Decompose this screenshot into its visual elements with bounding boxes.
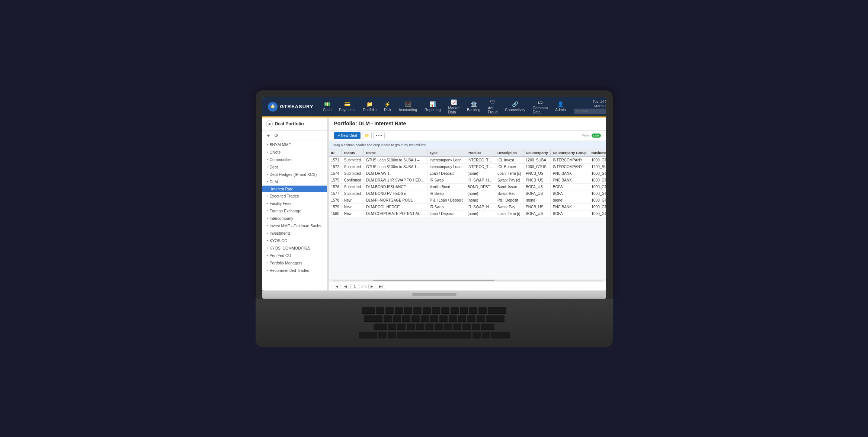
sidebar-item-kyos-co[interactable]: ▸KYOS CO <box>262 237 327 244</box>
key <box>462 324 471 330</box>
nav-item-accounting[interactable]: 🧮Accounting <box>395 97 421 116</box>
nav-item-reporting[interactable]: 📊Reporting <box>421 97 444 116</box>
nav-label: Portfolio <box>363 108 377 112</box>
sidebar-item-investments[interactable]: ▸Investments <box>262 229 327 237</box>
cell-description: Swap: Rec <box>495 190 523 197</box>
sidebar-item-executed-trades[interactable]: ▸Executed Trades <box>262 192 327 200</box>
sidebar-item-dlm[interactable]: ▾DLM <box>262 178 327 186</box>
sidebar-item-foreign-exchange[interactable]: ▸Foreign Exchange <box>262 207 327 215</box>
nav-icon: 💵 <box>324 101 330 107</box>
cell-counterparty-group: PNC BANK <box>550 177 589 183</box>
page-number-input[interactable] <box>350 284 359 289</box>
key <box>376 307 384 314</box>
nav-item-payments[interactable]: 💳Payments <box>335 97 359 116</box>
cell-product: (none) <box>465 170 495 177</box>
nav-item-market-data[interactable]: 📈Market Data <box>444 97 463 116</box>
first-page-button[interactable]: |◀ <box>333 284 340 289</box>
nav-label: Risk <box>384 108 391 112</box>
sidebar-item-debt[interactable]: ▸Debt <box>262 163 327 171</box>
cell-name: DLM-POOL HEDGE <box>363 203 427 210</box>
key <box>404 307 412 314</box>
nav-item-connectivity[interactable]: 🔗Connectivity <box>501 97 529 116</box>
table-row[interactable]: 1577SubmittedDLM-BOND FV HEDGEIR Swap(no… <box>329 190 606 197</box>
table-row[interactable]: 1575ConfirmedDLM DRAW 1 IR SWAP TO HED…I… <box>329 177 606 183</box>
nav-item-admin[interactable]: 👤Admin <box>551 97 569 116</box>
table-row[interactable]: 1574SubmittedDLM-DRAW 1Loan / Deposit(no… <box>329 170 606 177</box>
sidebar-item-recommended-trades[interactable]: ▸Recommended Trades <box>262 267 327 274</box>
key <box>388 324 396 330</box>
nav-label: Anti Fraud <box>488 106 497 114</box>
cell-product: (none) <box>465 197 495 203</box>
col-header-id[interactable]: ID <box>329 149 342 157</box>
sidebar-item-facility-fees[interactable]: ▸Facility Fees <box>262 200 327 207</box>
key <box>467 315 475 322</box>
add-button[interactable]: + <box>266 132 271 139</box>
sidebar-item-pen-fed-cu[interactable]: ▸Pen Fed CU <box>262 252 327 259</box>
sidebar-item-portfolio-managers[interactable]: ▸Portfolio Managers <box>262 259 327 267</box>
last-page-button[interactable]: ▶| <box>377 284 385 289</box>
folder-button[interactable]: 📁 <box>362 132 372 139</box>
col-header-name[interactable]: Name <box>363 149 427 157</box>
prev-page-button[interactable]: ◀ <box>342 284 349 289</box>
nav-label: Banking <box>467 108 480 112</box>
cell-status: Confirmed <box>342 177 363 183</box>
cell-counterparty: (none) <box>523 197 551 203</box>
scrollbar-thumb[interactable] <box>373 280 494 281</box>
col-header-business-unit[interactable]: Business Unit <box>589 149 606 157</box>
sidebar-item-kyos_commodities[interactable]: ▸KYOS_COMMODITIES <box>262 244 327 252</box>
nav-item-cash[interactable]: 💵Cash <box>319 97 335 116</box>
sidebar-item-invest-mmf---goldman-sachs[interactable]: ▸Invest MMF - Goldman Sachs <box>262 222 327 229</box>
key <box>460 307 468 314</box>
cell-id: 1575 <box>329 177 342 183</box>
sidebar-item-bnym-mmf[interactable]: ▸BNYM MMF <box>262 141 327 148</box>
nav-item-common-data[interactable]: 🗂Common Data <box>529 97 552 116</box>
nav-search-input[interactable] <box>574 109 606 114</box>
key <box>449 315 457 322</box>
key <box>430 315 438 322</box>
sidebar-item-commodities[interactable]: ▸Commodities <box>262 156 327 163</box>
col-header-counterparty-group[interactable]: Counterparty Group <box>550 149 589 157</box>
sidebar-arrow: ▸ <box>267 254 268 257</box>
nav-item-anti-fraud[interactable]: 🛡Anti Fraud <box>484 97 501 116</box>
cell-product: IR_SWAP_H… <box>465 203 495 210</box>
sidebar: ◀ Deal Portfolio + ↺ ▸BNYM MMF▸CNote▸Com… <box>262 118 327 290</box>
next-page-button[interactable]: ▶ <box>368 284 375 289</box>
table-row[interactable]: 1576SubmittedDLM-BOND ISSUANCEVanilla Bo… <box>329 183 606 190</box>
cell-type: P & I Loan / Deposit <box>427 197 465 203</box>
cell-counterparty-group: (none) <box>550 197 589 203</box>
table-body: 1571SubmittedGTUS Loan $100m to SUBA 1 –… <box>329 157 606 217</box>
cell-business-unit: 1000_GTUS <box>589 190 606 197</box>
table-row[interactable]: 1572SubmittedGTUS Loan $100m to SUBA 1 –… <box>329 163 606 170</box>
new-deal-button[interactable]: + New Deal <box>334 132 361 139</box>
nav-item-risk[interactable]: ⚡Risk <box>380 97 395 116</box>
col-header-counterparty[interactable]: Counterparty <box>523 149 551 157</box>
col-header-product[interactable]: Product <box>465 149 495 157</box>
nav-item-portfolio[interactable]: 📁Portfolio <box>359 97 380 116</box>
laptop-screen: GTREASURY 💵Cash💳Payments📁Portfolio⚡Risk🧮… <box>262 97 606 290</box>
col-header-description[interactable]: Description <box>495 149 523 157</box>
table-row[interactable]: 1578NewDLM-FI-MORTGAGE POOLP & I Loan / … <box>329 197 606 203</box>
col-header-type[interactable]: Type <box>427 149 465 157</box>
nav-item-banking[interactable]: 🏦Banking <box>463 97 484 116</box>
nav-label: Accounting <box>399 108 417 112</box>
key <box>421 315 429 322</box>
sidebar-item-cnote[interactable]: ▸CNote <box>262 148 327 156</box>
back-button[interactable]: ◀ <box>266 121 273 127</box>
horizontal-scrollbar[interactable] <box>329 279 606 282</box>
table-row[interactable]: 1571SubmittedGTUS Loan $100m to SUBA 1 –… <box>329 157 606 164</box>
sidebar-sub-item-interest-rate[interactable]: Interest Rate <box>262 186 327 192</box>
table-row[interactable]: 1580NewDLM-CORPORATE POTENTIAL …Loan / D… <box>329 210 606 217</box>
col-header-status[interactable]: Status <box>342 149 363 157</box>
sidebar-item-debt-hedges-(ir-and-xcs)[interactable]: ▸Debt Hedges (IR and XCS) <box>262 171 327 178</box>
cell-description: Bond: Issue <box>495 183 523 190</box>
cell-type: Loan / Deposit <box>427 210 465 217</box>
refresh-button[interactable]: ↺ <box>273 132 279 139</box>
cell-counterparty-group: PNC BANK <box>550 203 589 210</box>
table-row[interactable]: 1579NewDLM-POOL HEDGEIR SwapIR_SWAP_H…Sw… <box>329 203 606 210</box>
key <box>472 324 480 330</box>
sidebar-item-intercompany[interactable]: ▸Intercompany <box>262 215 327 222</box>
deals-table: IDStatusNameTypeProductDescriptionCounte… <box>329 149 606 217</box>
laptop-base <box>262 290 606 299</box>
more-button[interactable]: • • • <box>373 132 384 139</box>
cell-business-unit: 1000_GTUS <box>589 203 606 210</box>
